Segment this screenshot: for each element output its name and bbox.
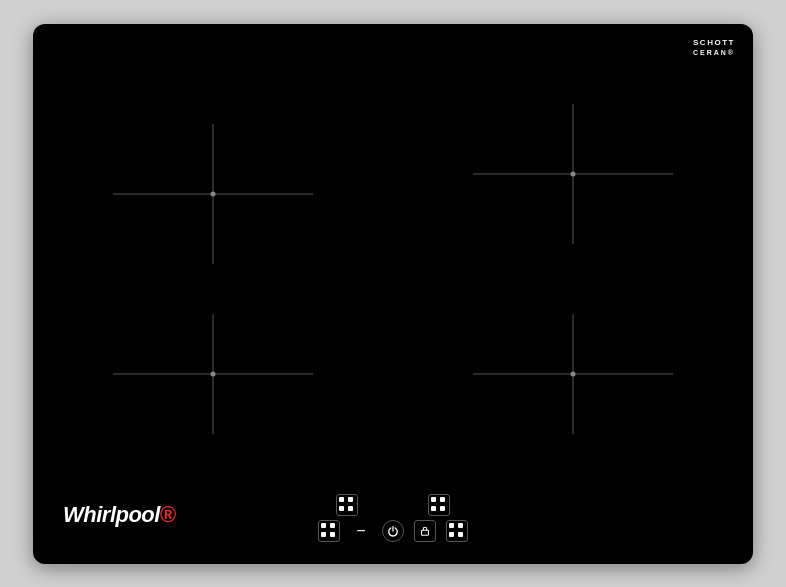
power-icon (387, 525, 399, 537)
brand-dot: ® (160, 502, 176, 527)
burner-bottom-right (473, 314, 673, 434)
induction-hob: SCHOTT CERAN® Whirlpool® (33, 24, 753, 564)
burner-center-dot (211, 191, 216, 196)
grid-dots-icon (431, 497, 447, 513)
schott-ceran-logo: SCHOTT CERAN® (693, 38, 735, 57)
burner-center-dot (571, 171, 576, 176)
grid-dots-icon (449, 523, 465, 539)
burner-top-right (473, 104, 673, 244)
ceran-label: CERAN® (693, 48, 735, 57)
zone-select-top-left[interactable] (336, 494, 358, 516)
zone-select-top-right[interactable] (428, 494, 450, 516)
zone-select-bottom-right[interactable] (446, 520, 468, 542)
lock-icon (419, 525, 431, 537)
schott-label: SCHOTT (693, 38, 735, 48)
brand-name: Whirlpool (63, 502, 160, 527)
lock-button[interactable] (414, 520, 436, 542)
burner-bottom-left (113, 314, 313, 434)
burner-top-left (113, 124, 313, 264)
zone-select-bottom-left[interactable] (318, 520, 340, 542)
burner-center-dot (211, 371, 216, 376)
controls-bottom-row: − (318, 520, 468, 542)
decrease-button[interactable]: − (350, 520, 372, 542)
grid-dots-icon (339, 497, 355, 513)
burner-center-dot (571, 371, 576, 376)
svg-rect-0 (422, 530, 429, 535)
power-button[interactable] (382, 520, 404, 542)
controls-top-row (336, 494, 450, 516)
control-panel: − (318, 494, 468, 542)
grid-dots-icon (321, 523, 337, 539)
whirlpool-logo: Whirlpool® (63, 502, 176, 528)
minus-icon: − (356, 522, 365, 540)
